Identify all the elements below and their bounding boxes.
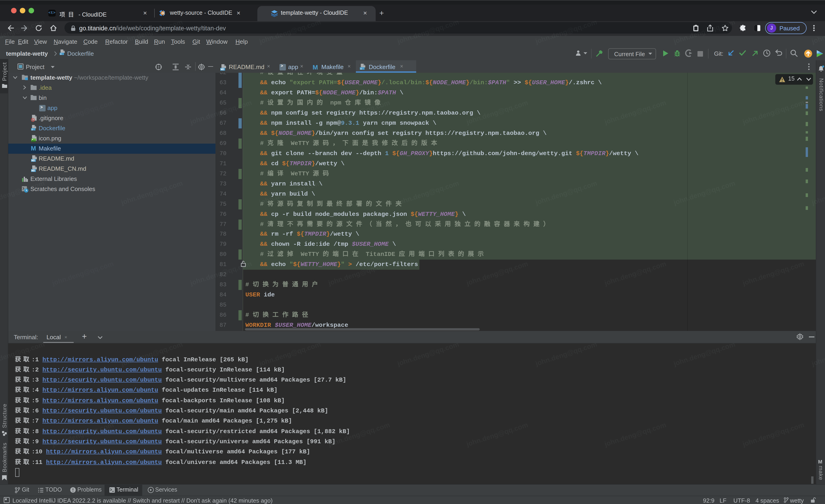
svg-text:D: D — [60, 53, 62, 55]
svg-text:JS: JS — [161, 12, 164, 14]
svg-text:D: D — [360, 67, 362, 70]
svg-text:MD: MD — [221, 68, 224, 70]
svg-text:D: D — [31, 129, 33, 131]
svg-text:MD: MD — [31, 169, 35, 172]
svg-text:MD: MD — [31, 159, 35, 162]
